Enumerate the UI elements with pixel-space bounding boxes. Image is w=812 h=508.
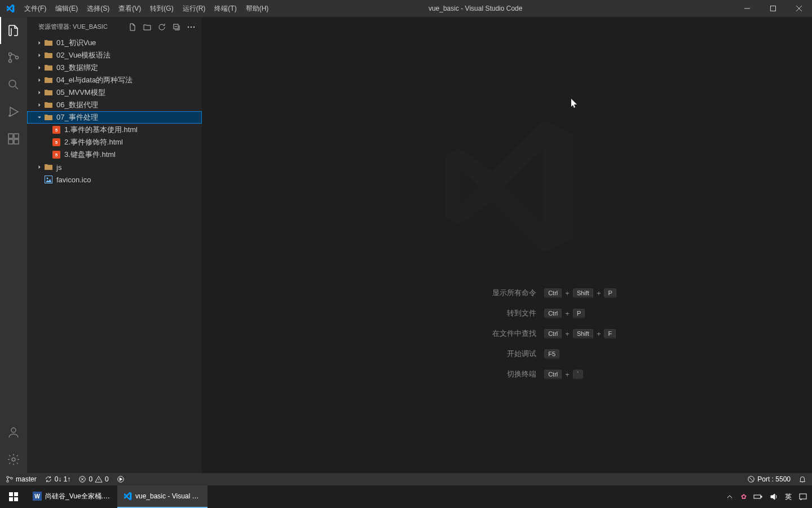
menu-item[interactable]: 运行(R) [178, 0, 210, 17]
svg-point-15 [193, 26, 195, 27]
svg-rect-31 [761, 496, 762, 497]
folder-icon [44, 100, 53, 110]
close-button[interactable] [786, 0, 812, 17]
minimize-button[interactable] [734, 0, 760, 17]
html-file-icon: 5 [52, 138, 61, 147]
shortcut-row: 开始调试F5 [398, 349, 616, 359]
taskbar-task[interactable]: vue_basic - Visual S... [117, 485, 208, 508]
windows-taskbar: W尚硅谷_Vue全家桶.d...vue_basic - Visual S... … [0, 485, 812, 508]
folder-icon [44, 63, 53, 72]
menu-item[interactable]: 选择(S) [82, 0, 114, 17]
status-notifications[interactable] [798, 475, 806, 483]
chevron-right-icon [35, 102, 44, 108]
activity-explorer[interactable] [0, 17, 27, 44]
tree-folder[interactable]: js [27, 161, 202, 173]
menu-item[interactable]: 转到(G) [145, 0, 178, 17]
activity-accounts[interactable] [0, 419, 27, 446]
vscode-watermark-icon [434, 113, 580, 260]
chevron-down-icon [35, 114, 44, 121]
tree-label: 06_数据代理 [56, 100, 98, 110]
html-file-icon: 5 [52, 125, 61, 134]
activity-extensions[interactable] [0, 125, 27, 152]
maximize-button[interactable] [760, 0, 786, 17]
shortcut-row: 切换终端Ctrl+` [398, 369, 616, 379]
status-debug-start[interactable] [117, 475, 125, 483]
more-icon[interactable] [185, 21, 197, 33]
start-button[interactable] [0, 485, 27, 508]
menu-item[interactable]: 帮助(H) [241, 0, 273, 17]
html-file-icon: 5 [52, 150, 61, 159]
svg-point-13 [188, 26, 189, 27]
status-branch[interactable]: master [6, 475, 37, 483]
tray-battery-icon[interactable] [753, 492, 762, 501]
tree-folder[interactable]: 02_Vue模板语法 [27, 49, 202, 62]
window-controls [734, 0, 812, 17]
svg-point-1 [9, 53, 12, 56]
svg-text:W: W [34, 493, 40, 500]
task-label: 尚硅谷_Vue全家桶.d... [45, 492, 112, 501]
tree-folder[interactable]: 05_MVVM模型 [27, 86, 202, 99]
chevron-right-icon [35, 52, 44, 59]
tree-folder[interactable]: 07_事件处理 [27, 111, 202, 124]
svg-rect-30 [754, 495, 761, 498]
status-problems[interactable]: 0 0 [78, 475, 108, 483]
refresh-icon[interactable] [156, 21, 168, 33]
tray-flower-icon[interactable]: ✿ [741, 493, 747, 501]
tree-label: js [56, 163, 61, 172]
new-file-icon[interactable] [126, 21, 139, 33]
status-live-server[interactable]: Port : 5500 [747, 475, 791, 483]
svg-point-3 [16, 56, 19, 59]
menu-item[interactable]: 编辑(E) [51, 0, 82, 17]
tray-volume-icon[interactable] [769, 492, 778, 501]
status-bar: master 0↓ 1↑ 0 0 Port : 5500 [0, 473, 812, 485]
chevron-right-icon [35, 64, 44, 71]
titlebar: 文件(F)编辑(E)选择(S)查看(V)转到(G)运行(R)终端(T)帮助(H)… [0, 0, 812, 17]
svg-rect-9 [14, 139, 19, 144]
tree-label: 2.事件修饰符.html [64, 137, 123, 147]
taskbar-task[interactable]: W尚硅谷_Vue全家桶.d... [27, 485, 117, 508]
activity-search[interactable] [0, 71, 27, 98]
svg-point-19 [7, 480, 9, 483]
tree-label: 07_事件处理 [56, 112, 98, 122]
tree-folder[interactable]: 03_数据绑定 [27, 62, 202, 74]
svg-rect-24 [9, 492, 13, 496]
tree-file[interactable]: 52.事件修饰符.html [27, 136, 202, 148]
keyboard-key: F [604, 329, 616, 339]
menu-bar: 文件(F)编辑(E)选择(S)查看(V)转到(G)运行(R)终端(T)帮助(H) [20, 0, 273, 17]
menu-item[interactable]: 终端(T) [210, 0, 241, 17]
sidebar-explorer: 资源管理器: VUE_BASIC 01_初识Vue02_Vue模板语法03_数据… [27, 17, 202, 473]
collapse-all-icon[interactable] [170, 21, 183, 33]
file-tree[interactable]: 01_初识Vue02_Vue模板语法03_数据绑定04_el与data的两种写法… [27, 37, 202, 473]
mouse-cursor-icon [571, 99, 578, 109]
sidebar-header: 资源管理器: VUE_BASIC [27, 17, 202, 37]
shortcut-label: 切换终端 [398, 369, 544, 379]
tree-folder[interactable]: 04_el与data的两种写法 [27, 74, 202, 86]
tree-file[interactable]: 53.键盘事件.html [27, 148, 202, 161]
shortcut-label: 显示所有命令 [398, 288, 544, 298]
tree-folder[interactable]: 06_数据代理 [27, 99, 202, 111]
activity-run-debug[interactable] [0, 98, 27, 125]
svg-rect-8 [8, 139, 13, 144]
tray-notifications-icon[interactable] [798, 492, 807, 501]
tree-label: 04_el与data的两种写法 [56, 75, 133, 85]
svg-rect-7 [14, 134, 19, 138]
menu-item[interactable]: 查看(V) [114, 0, 145, 17]
svg-rect-25 [14, 492, 18, 496]
system-tray[interactable]: ✿ 英 [725, 492, 812, 502]
tree-label: 1.事件的基本使用.html [64, 125, 138, 135]
menu-item[interactable]: 文件(F) [20, 0, 51, 17]
editor-area: 显示所有命令Ctrl+Shift+P转到文件Ctrl+P在文件中查找Ctrl+S… [202, 17, 812, 473]
new-folder-icon[interactable] [141, 21, 153, 33]
tray-ime[interactable]: 英 [785, 492, 792, 502]
tree-file[interactable]: favicon.ico [27, 173, 202, 186]
tree-folder[interactable]: 01_初识Vue [27, 37, 202, 49]
tray-chevron-icon[interactable] [725, 492, 734, 501]
activity-settings[interactable] [0, 446, 27, 473]
chevron-right-icon [35, 40, 44, 46]
status-sync[interactable]: 0↓ 1↑ [45, 475, 71, 483]
activity-source-control[interactable] [0, 44, 27, 71]
svg-point-5 [9, 115, 10, 116]
shortcut-row: 显示所有命令Ctrl+Shift+P [398, 288, 616, 298]
tree-file[interactable]: 51.事件的基本使用.html [27, 124, 202, 136]
keyboard-key: Ctrl [544, 288, 562, 298]
